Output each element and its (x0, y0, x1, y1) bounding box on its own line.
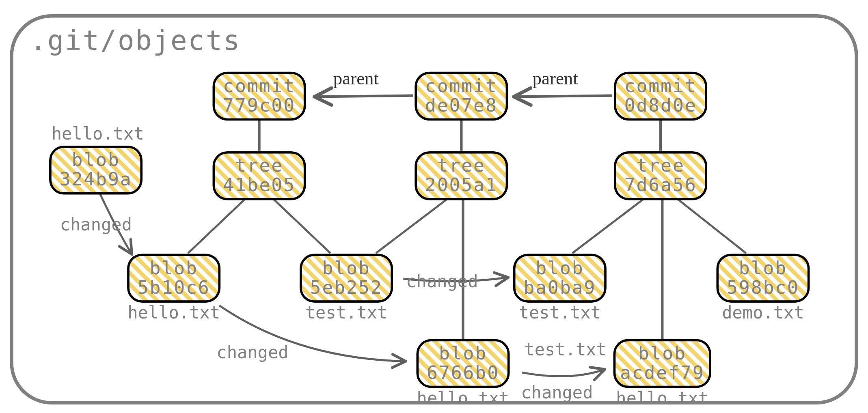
svg-text:598bc0: 598bc0 (727, 277, 799, 298)
svg-text:tree: tree (437, 155, 486, 176)
label-changed-A: changed (60, 215, 132, 234)
svg-text:tree: tree (636, 155, 684, 176)
edge-tree2-blobC (376, 199, 447, 253)
label-parent-1: parent (333, 68, 379, 88)
label-test-C: test.txt (305, 303, 388, 323)
svg-text:commit: commit (624, 75, 697, 97)
svg-text:2005a1: 2005a1 (425, 174, 498, 196)
svg-text:blob: blob (535, 257, 584, 279)
label-changed-C: changed (406, 271, 478, 291)
node-tree-2005a1: tree 2005a1 (416, 153, 507, 199)
svg-text:commit: commit (425, 75, 498, 97)
label-changed-F: changed (521, 383, 593, 402)
svg-text:blob: blob (439, 342, 487, 364)
label-changed-B: changed (216, 342, 288, 362)
svg-text:blob: blob (322, 257, 370, 279)
node-blob-acdef79: blob acdef79 (614, 340, 710, 387)
label-test-side: test.txt (524, 340, 607, 359)
diagram-canvas: .git/objects parent parent changed chang… (0, 0, 868, 413)
node-tree-41be05: tree 41be05 (214, 153, 304, 199)
node-commit-0d8d0e: commit 0d8d0e (615, 73, 706, 119)
label-hello-B: hello.txt (127, 303, 220, 323)
node-blob-5b10c6: blob 5b10c6 (128, 255, 219, 301)
edge-parent-1 (316, 96, 413, 97)
svg-text:acdef79: acdef79 (620, 362, 705, 383)
node-commit-de07e8: commit de07e8 (416, 73, 507, 119)
svg-text:7d6a56: 7d6a56 (624, 174, 697, 196)
node-blob-ba0ba9: blob ba0ba9 (514, 255, 605, 301)
svg-text:commit: commit (223, 75, 296, 97)
node-blob-598bc0: blob 598bc0 (717, 255, 808, 301)
label-parent-2: parent (533, 68, 579, 88)
label-demo-E: demo.txt (722, 303, 804, 323)
label-test-D: test.txt (519, 303, 601, 323)
label-hello-F: hello.txt (417, 388, 510, 408)
node-blob-5eb252: blob 5eb252 (301, 255, 392, 301)
svg-text:blob: blob (638, 342, 687, 364)
svg-text:ba0ba9: ba0ba9 (523, 277, 596, 298)
svg-text:de07e8: de07e8 (425, 95, 498, 116)
svg-text:324b9a: 324b9a (60, 168, 132, 190)
svg-text:5b10c6: 5b10c6 (138, 277, 210, 298)
label-hello-A: hello.txt (52, 124, 144, 144)
svg-text:blob: blob (739, 257, 787, 279)
svg-text:5eb252: 5eb252 (310, 277, 383, 298)
svg-text:blob: blob (71, 149, 120, 170)
svg-text:41be05: 41be05 (223, 174, 296, 196)
edge-tree1-blobB (188, 199, 245, 253)
edge-tree3-blobD (572, 199, 643, 253)
node-tree-7d6a56: tree 7d6a56 (615, 153, 706, 199)
node-commit-779c00: commit 779c00 (214, 73, 304, 119)
frame-title: .git/objects (30, 25, 241, 56)
label-hello-G: hello.txt (616, 388, 708, 408)
svg-text:0d8d0e: 0d8d0e (624, 95, 697, 116)
svg-text:6766b0: 6766b0 (427, 362, 499, 383)
svg-text:779c00: 779c00 (223, 95, 296, 116)
edge-parent-2 (516, 96, 612, 97)
edge-changed-F-G (522, 370, 604, 376)
node-blob-6766b0: blob 6766b0 (417, 340, 508, 387)
edge-tree1-blobC (274, 199, 330, 253)
svg-text:tree: tree (235, 155, 283, 176)
edge-tree3-blobE (678, 199, 746, 253)
svg-text:blob: blob (150, 257, 198, 279)
node-blob-324b9a: blob 324b9a (50, 147, 141, 194)
